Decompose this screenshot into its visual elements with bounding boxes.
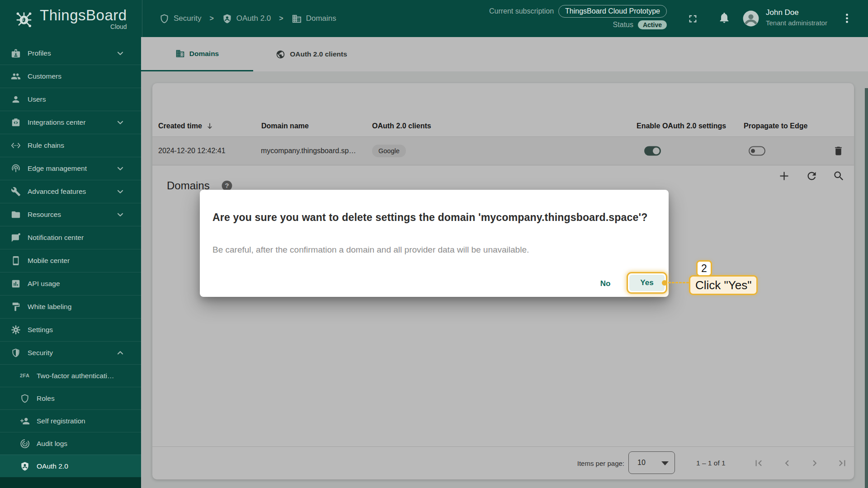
confirm-delete-dialog: Are you sure you want to delete settings… xyxy=(200,190,669,297)
id-card-icon xyxy=(11,48,21,58)
2fa-icon: 2FA xyxy=(20,371,30,381)
sidebar-item-oauth[interactable]: OAuth 2.0 xyxy=(0,455,141,477)
sidebar-item-customers[interactable]: Customers xyxy=(0,65,141,88)
antenna-icon xyxy=(11,164,21,174)
oauth-shield-person-icon xyxy=(222,14,232,24)
sidebar-item-label: Mobile center xyxy=(28,257,70,265)
sidebar-item-resources[interactable]: Resources xyxy=(0,203,141,226)
sidebar-item-label: White labeling xyxy=(28,303,71,311)
thingsboard-app: ThingsBoard Cloud Security > OAuth 2.0 >… xyxy=(0,0,868,488)
sidebar-item-label: Users xyxy=(28,95,46,103)
integration-icon xyxy=(11,117,21,127)
chevron-down-icon xyxy=(115,117,125,127)
sidebar-item-edge-management[interactable]: Edge management xyxy=(0,157,141,180)
sidebar-item-label: Security xyxy=(28,349,53,357)
sidebar-item-label: Integrations center xyxy=(28,118,85,127)
sidebar-item-label: Customers xyxy=(28,72,61,80)
subscription-label: Current subscription xyxy=(489,7,554,15)
sidebar-item-settings[interactable]: Settings xyxy=(0,318,141,341)
sidebar-item-label: Advanced features xyxy=(28,188,86,196)
sidebar-item-label: OAuth 2.0 xyxy=(37,462,68,470)
annotation-step-badge: 2 xyxy=(696,260,712,277)
sidebar-item-label: Two-factor authenticati… xyxy=(37,372,114,380)
sidebar-item-profiles[interactable]: Profiles xyxy=(0,42,141,65)
sidebar-item-label: Profiles xyxy=(28,49,51,57)
more-vert-icon[interactable] xyxy=(841,12,853,24)
sidebar-item-notification-center[interactable]: Notification center xyxy=(0,226,141,249)
folder-icon xyxy=(11,210,21,220)
wrench-icon xyxy=(11,187,21,197)
sidebar-item-users[interactable]: Users xyxy=(0,88,141,111)
target-icon xyxy=(20,439,30,449)
annotation-dot xyxy=(662,280,667,286)
sidebar-item-label: Roles xyxy=(37,394,55,403)
chart-box-icon xyxy=(11,279,21,289)
chevron-up-icon xyxy=(115,348,125,358)
yes-button[interactable]: Yes xyxy=(629,275,665,291)
dialog-title: Are you sure you want to delete settings… xyxy=(212,211,647,223)
sidebar-item-roles[interactable]: Roles xyxy=(0,387,141,409)
sidebar-item-label: Audit logs xyxy=(37,440,67,448)
sidebar-item-api-usage[interactable]: API usage xyxy=(0,272,141,295)
breadcrumb-separator: > xyxy=(209,14,213,23)
breadcrumb-oauth[interactable]: OAuth 2.0 xyxy=(222,14,271,24)
fullscreen-icon[interactable] xyxy=(687,13,699,25)
subscription-info: Current subscription ThingsBoard Cloud P… xyxy=(489,5,667,29)
top-bar: ThingsBoard Cloud Security > OAuth 2.0 >… xyxy=(0,0,868,37)
subscription-plan-pill[interactable]: ThingsBoard Cloud Prototype xyxy=(558,5,667,18)
shield-icon xyxy=(159,14,170,24)
sidebar-item-label: API usage xyxy=(28,280,60,288)
status-badge: Active xyxy=(638,20,667,29)
breadcrumb-separator: > xyxy=(279,14,283,23)
logo-title: ThingsBoard xyxy=(40,7,127,23)
sidebar-item-white-labeling[interactable]: White labeling xyxy=(0,295,141,318)
sidebar-item-label: Settings xyxy=(28,326,53,334)
breadcrumb-label: OAuth 2.0 xyxy=(236,14,271,23)
chevron-down-icon xyxy=(115,48,125,58)
sidebar: Profiles Customers Users Integrations ce… xyxy=(0,37,141,488)
phone-icon xyxy=(11,256,21,266)
annotation-connector xyxy=(668,282,689,283)
sidebar-item-security[interactable]: Security xyxy=(0,341,141,364)
shield-icon xyxy=(11,348,21,358)
logo[interactable]: ThingsBoard Cloud xyxy=(13,7,127,30)
breadcrumb-label: Security xyxy=(174,14,201,23)
paint-icon xyxy=(11,302,21,312)
person-icon xyxy=(11,94,21,104)
sidebar-item-label: Rule chains xyxy=(28,141,64,150)
sidebar-item-label: Self registration xyxy=(37,417,85,425)
no-button[interactable]: No xyxy=(592,275,619,293)
chat-dot-icon xyxy=(11,233,21,243)
shield-icon xyxy=(20,394,30,404)
sidebar-item-self-registration[interactable]: Self registration xyxy=(0,409,141,432)
breadcrumb-security[interactable]: Security xyxy=(159,14,201,24)
logo-subtitle: Cloud xyxy=(110,23,127,30)
user-block[interactable]: John Doe Tenant administrator xyxy=(766,8,827,27)
thingsboard-logo-icon xyxy=(13,7,35,30)
breadcrumb-domains[interactable]: Domains xyxy=(292,14,336,24)
gear-icon xyxy=(11,325,21,335)
notifications-bell-icon[interactable] xyxy=(718,11,731,24)
sidebar-bottom-strip xyxy=(0,477,141,488)
people-icon xyxy=(11,71,21,81)
topbar-divider xyxy=(142,0,142,37)
sidebar-item-two-factor[interactable]: 2FA Two-factor authenticati… xyxy=(0,364,141,387)
rule-chain-icon xyxy=(11,141,21,150)
annotation-label: Click "Yes" xyxy=(689,275,758,295)
sidebar-item-integrations-center[interactable]: Integrations center xyxy=(0,111,141,134)
sidebar-item-audit-logs[interactable]: Audit logs xyxy=(0,432,141,455)
sidebar-item-label: Notification center xyxy=(28,234,84,242)
person-plus-icon xyxy=(20,416,30,426)
breadcrumb-label: Domains xyxy=(306,14,336,23)
user-role: Tenant administrator xyxy=(766,19,827,27)
sidebar-item-advanced-features[interactable]: Advanced features xyxy=(0,180,141,203)
chevron-down-icon xyxy=(115,210,125,220)
oauth-shield-person-icon xyxy=(20,461,30,471)
avatar[interactable] xyxy=(742,10,760,27)
sidebar-item-rule-chains[interactable]: Rule chains xyxy=(0,134,141,157)
status-label: Status xyxy=(613,21,633,29)
sidebar-item-mobile-center[interactable]: Mobile center xyxy=(0,249,141,272)
chevron-down-icon xyxy=(115,164,125,174)
user-name: John Doe xyxy=(766,8,827,17)
domain-icon xyxy=(292,14,302,24)
